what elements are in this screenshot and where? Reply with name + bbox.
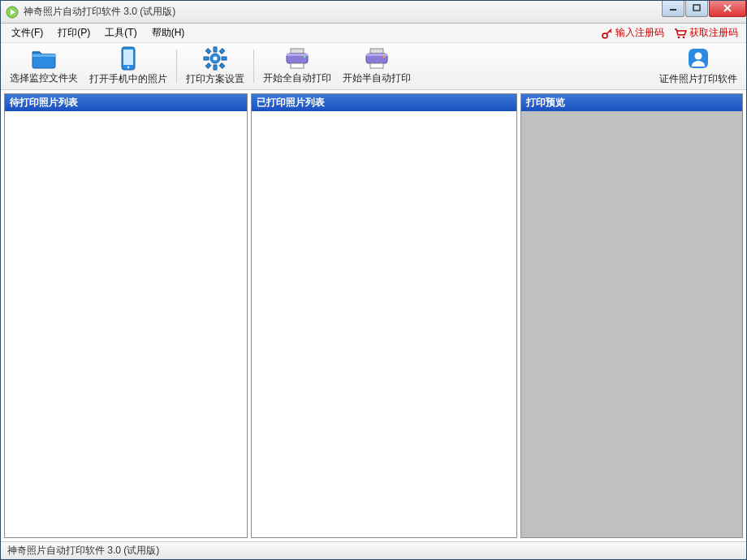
- pending-photos-panel: 待打印照片列表: [4, 93, 248, 538]
- close-button[interactable]: [709, 1, 746, 17]
- svg-point-36: [695, 53, 702, 60]
- print-preview-panel: 打印预览: [520, 93, 743, 538]
- statusbar: 神奇照片自动打印软件 3.0 (试用版): [1, 541, 746, 559]
- enter-regcode-label: 输入注册码: [615, 26, 664, 40]
- start-semi-auto-print-button[interactable]: 开始半自动打印: [337, 45, 417, 88]
- open-phone-photos-label: 打开手机中的照片: [89, 72, 167, 86]
- menu-tools[interactable]: 工具(T): [97, 24, 144, 42]
- print-scheme-settings-label: 打印方案设置: [186, 72, 244, 86]
- maximize-icon: [693, 4, 701, 12]
- minimize-icon: [669, 4, 677, 12]
- printed-photos-header: 已打印照片列表: [252, 94, 516, 111]
- close-icon: [723, 4, 732, 12]
- print-scheme-settings-button[interactable]: 打印方案设置: [180, 45, 250, 88]
- menu-help[interactable]: 帮助(H): [145, 24, 192, 42]
- start-auto-print-label: 开始全自动打印: [263, 71, 331, 85]
- printer-auto-icon: [283, 47, 311, 70]
- svg-point-10: [683, 36, 685, 38]
- statusbar-text: 神奇照片自动打印软件 3.0 (试用版): [7, 544, 159, 558]
- maximize-button[interactable]: [685, 1, 708, 17]
- key-icon: [602, 28, 613, 39]
- id-photo-software-button[interactable]: 证件照片打印软件: [654, 45, 743, 88]
- start-semi-auto-print-label: 开始半自动打印: [343, 71, 411, 85]
- svg-line-8: [610, 31, 611, 32]
- window-title: 神奇照片自动打印软件 3.0 (试用版): [24, 5, 661, 19]
- get-regcode-label: 获取注册码: [689, 26, 738, 40]
- printed-photos-list[interactable]: [252, 111, 516, 537]
- svg-rect-19: [222, 57, 227, 60]
- svg-rect-30: [370, 49, 383, 54]
- toolbar-separator: [253, 50, 254, 83]
- main-area: 待打印照片列表 已打印照片列表 打印预览: [1, 90, 746, 541]
- print-preview-header: 打印预览: [521, 94, 742, 111]
- phone-icon: [119, 46, 138, 71]
- start-auto-print-button[interactable]: 开始全自动打印: [257, 45, 337, 88]
- select-folder-button[interactable]: 选择监控文件夹: [4, 45, 84, 88]
- svg-rect-3: [693, 5, 700, 11]
- cart-icon: [674, 28, 687, 39]
- svg-point-29: [304, 56, 305, 58]
- folder-icon: [31, 47, 57, 70]
- printer-semi-icon: [363, 47, 391, 70]
- minimize-button[interactable]: [662, 1, 684, 17]
- svg-rect-16: [214, 47, 217, 52]
- enter-regcode-link[interactable]: 输入注册码: [597, 26, 669, 40]
- pending-photos-header: 待打印照片列表: [5, 94, 247, 111]
- svg-rect-27: [287, 54, 308, 56]
- open-phone-photos-button[interactable]: 打开手机中的照片: [84, 45, 173, 88]
- svg-rect-17: [214, 65, 217, 70]
- svg-rect-25: [291, 49, 304, 54]
- window-controls: [661, 1, 746, 17]
- id-photo-icon: [686, 46, 710, 71]
- menubar: 文件(F) 打印(P) 工具(T) 帮助(H) 输入注册码 获取注册码: [1, 24, 746, 43]
- svg-point-24: [214, 57, 218, 61]
- menu-file[interactable]: 文件(F): [4, 24, 50, 42]
- gear-icon: [203, 46, 227, 71]
- svg-rect-22: [205, 63, 210, 68]
- svg-rect-18: [204, 57, 209, 60]
- app-icon: [6, 6, 19, 19]
- svg-rect-21: [219, 49, 224, 54]
- app-window: 神奇照片自动打印软件 3.0 (试用版) 文件(F) 打印(P) 工具(T) 帮…: [0, 0, 747, 560]
- toolbar-separator: [176, 50, 177, 83]
- svg-rect-23: [219, 63, 224, 68]
- get-regcode-link[interactable]: 获取注册码: [669, 26, 743, 40]
- menu-print[interactable]: 打印(P): [50, 24, 97, 42]
- id-photo-software-label: 证件照片打印软件: [659, 72, 737, 86]
- titlebar: 神奇照片自动打印软件 3.0 (试用版): [1, 1, 746, 24]
- printed-photos-panel: 已打印照片列表: [251, 93, 517, 538]
- svg-rect-13: [123, 50, 133, 65]
- svg-point-14: [127, 67, 130, 69]
- svg-rect-28: [291, 63, 304, 68]
- pending-photos-list[interactable]: [5, 111, 247, 537]
- select-folder-label: 选择监控文件夹: [10, 71, 78, 85]
- svg-rect-33: [370, 63, 383, 68]
- svg-rect-2: [670, 9, 676, 11]
- svg-rect-32: [366, 54, 387, 56]
- toolbar: 选择监控文件夹 打开手机中的照片: [1, 43, 746, 90]
- svg-point-34: [383, 56, 385, 58]
- svg-rect-20: [205, 49, 210, 54]
- svg-point-9: [678, 36, 680, 38]
- print-preview-area[interactable]: [521, 111, 742, 537]
- svg-rect-11: [32, 54, 55, 57]
